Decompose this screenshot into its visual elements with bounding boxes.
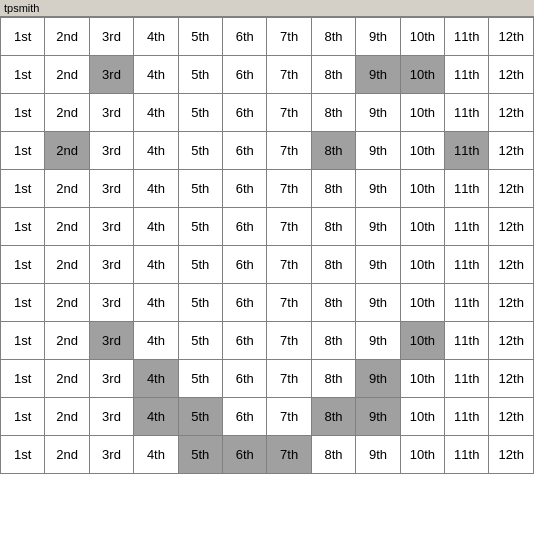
table-cell: 7th (267, 18, 311, 56)
table-cell: 12th (489, 322, 534, 360)
table-cell: 10th (400, 94, 444, 132)
table-cell: 6th (223, 360, 267, 398)
table-cell: 11th (445, 436, 489, 474)
table-cell: 2nd (45, 56, 89, 94)
table-cell: 12th (489, 94, 534, 132)
table-cell: 2nd (45, 360, 89, 398)
table-cell: 2nd (45, 398, 89, 436)
grid-container[interactable]: 1st2nd3rd4th5th6th7th8th9th10th11th12th1… (0, 17, 534, 546)
table-cell: 11th (445, 56, 489, 94)
table-cell: 1st (1, 208, 45, 246)
table-cell: 1st (1, 132, 45, 170)
table-cell: 4th (134, 246, 178, 284)
title-bar: tpsmith (0, 0, 534, 17)
table-cell: 2nd (45, 94, 89, 132)
table-cell: 4th (134, 208, 178, 246)
table-cell: 9th (356, 284, 400, 322)
table-cell: 1st (1, 18, 45, 56)
table-cell: 5th (178, 18, 222, 56)
table-row: 1st2nd3rd4th5th6th7th8th9th10th11th12th (1, 208, 534, 246)
table-cell: 5th (178, 208, 222, 246)
table-cell: 7th (267, 360, 311, 398)
table-cell: 8th (311, 94, 355, 132)
table-cell: 5th (178, 170, 222, 208)
table-cell: 9th (356, 398, 400, 436)
table-cell: 10th (400, 322, 444, 360)
table-row: 1st2nd3rd4th5th6th7th8th9th10th11th12th (1, 436, 534, 474)
table-cell: 2nd (45, 246, 89, 284)
table-cell: 8th (311, 436, 355, 474)
table-cell: 10th (400, 398, 444, 436)
table-cell: 10th (400, 208, 444, 246)
table-cell: 5th (178, 322, 222, 360)
table-cell: 12th (489, 246, 534, 284)
table-cell: 10th (400, 284, 444, 322)
table-cell: 6th (223, 246, 267, 284)
table-cell: 2nd (45, 284, 89, 322)
table-cell: 6th (223, 398, 267, 436)
app-title: tpsmith (4, 2, 39, 14)
table-row: 1st2nd3rd4th5th6th7th8th9th10th11th12th (1, 18, 534, 56)
table-cell: 7th (267, 284, 311, 322)
table-cell: 6th (223, 284, 267, 322)
table-row: 1st2nd3rd4th5th6th7th8th9th10th11th12th (1, 246, 534, 284)
table-cell: 9th (356, 322, 400, 360)
table-cell: 8th (311, 132, 355, 170)
table-cell: 4th (134, 170, 178, 208)
table-cell: 6th (223, 132, 267, 170)
table-cell: 6th (223, 322, 267, 360)
table-cell: 9th (356, 246, 400, 284)
table-cell: 10th (400, 246, 444, 284)
table-cell: 9th (356, 56, 400, 94)
table-cell: 9th (356, 170, 400, 208)
table-cell: 6th (223, 56, 267, 94)
table-cell: 3rd (89, 398, 133, 436)
table-cell: 5th (178, 436, 222, 474)
table-cell: 9th (356, 132, 400, 170)
table-cell: 6th (223, 94, 267, 132)
table-cell: 9th (356, 360, 400, 398)
table-cell: 12th (489, 284, 534, 322)
table-cell: 3rd (89, 132, 133, 170)
table-cell: 11th (445, 246, 489, 284)
table-cell: 11th (445, 398, 489, 436)
table-cell: 10th (400, 56, 444, 94)
table-row: 1st2nd3rd4th5th6th7th8th9th10th11th12th (1, 56, 534, 94)
table-cell: 10th (400, 170, 444, 208)
table-cell: 8th (311, 284, 355, 322)
table-cell: 2nd (45, 132, 89, 170)
table-cell: 2nd (45, 208, 89, 246)
table-cell: 12th (489, 170, 534, 208)
table-cell: 3rd (89, 322, 133, 360)
table-cell: 3rd (89, 170, 133, 208)
table-cell: 12th (489, 208, 534, 246)
table-cell: 10th (400, 436, 444, 474)
table-cell: 9th (356, 18, 400, 56)
table-cell: 10th (400, 18, 444, 56)
table-cell: 8th (311, 170, 355, 208)
table-cell: 8th (311, 56, 355, 94)
table-cell: 12th (489, 132, 534, 170)
table-row: 1st2nd3rd4th5th6th7th8th9th10th11th12th (1, 398, 534, 436)
table-cell: 4th (134, 360, 178, 398)
table-cell: 12th (489, 436, 534, 474)
table-cell: 7th (267, 398, 311, 436)
table-cell: 6th (223, 18, 267, 56)
table-cell: 4th (134, 132, 178, 170)
table-cell: 1st (1, 398, 45, 436)
table-cell: 11th (445, 208, 489, 246)
table-cell: 11th (445, 132, 489, 170)
table-cell: 7th (267, 132, 311, 170)
table-cell: 5th (178, 284, 222, 322)
table-cell: 3rd (89, 360, 133, 398)
table-cell: 7th (267, 170, 311, 208)
table-cell: 7th (267, 94, 311, 132)
table-cell: 8th (311, 398, 355, 436)
table-cell: 4th (134, 436, 178, 474)
table-row: 1st2nd3rd4th5th6th7th8th9th10th11th12th (1, 284, 534, 322)
table-row: 1st2nd3rd4th5th6th7th8th9th10th11th12th (1, 170, 534, 208)
table-cell: 12th (489, 360, 534, 398)
table-cell: 11th (445, 322, 489, 360)
table-cell: 1st (1, 360, 45, 398)
table-cell: 1st (1, 284, 45, 322)
